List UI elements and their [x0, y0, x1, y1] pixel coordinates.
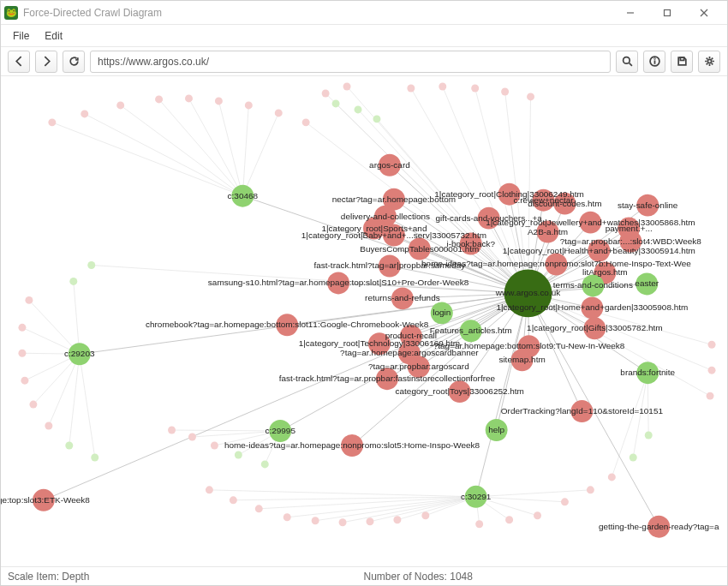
- graph-node[interactable]: [379, 154, 401, 176]
- svg-point-135: [188, 434, 196, 441]
- svg-point-133: [91, 453, 98, 461]
- svg-point-156: [407, 84, 415, 92]
- graph-node[interactable]: [498, 183, 521, 206]
- svg-point-142: [283, 513, 291, 521]
- svg-point-121: [332, 99, 340, 107]
- svg-line-15: [188, 99, 242, 196]
- graph-node[interactable]: [553, 193, 576, 215]
- svg-line-12: [85, 114, 243, 196]
- svg-point-120: [302, 118, 310, 126]
- svg-line-39: [233, 497, 475, 500]
- graph-node[interactable]: [431, 302, 453, 324]
- graph-node[interactable]: [368, 332, 391, 355]
- refresh-button[interactable]: [63, 51, 85, 73]
- svg-point-10: [707, 59, 711, 63]
- graph-node[interactable]: [460, 320, 482, 342]
- graph-node[interactable]: [231, 185, 254, 207]
- graph-node[interactable]: [486, 419, 508, 441]
- graph-node[interactable]: [408, 356, 430, 378]
- graph-node[interactable]: [582, 274, 604, 296]
- svg-point-141: [255, 505, 263, 512]
- svg-point-151: [561, 498, 569, 505]
- save-button[interactable]: [671, 51, 693, 73]
- graph-node[interactable]: [588, 240, 610, 262]
- scale-item-label: Scale Item: Depth: [1, 571, 357, 583]
- svg-line-19: [306, 123, 528, 294]
- svg-point-8: [654, 58, 655, 59]
- graph-node[interactable]: [537, 221, 559, 243]
- forward-button[interactable]: [35, 51, 57, 73]
- graph-node[interactable]: [636, 194, 659, 217]
- graph-node[interactable]: [341, 434, 363, 457]
- graph-node[interactable]: [478, 207, 500, 230]
- svg-line-11: [52, 123, 242, 196]
- info-button[interactable]: [643, 51, 665, 73]
- graph-node[interactable]: [409, 238, 431, 260]
- svg-point-158: [471, 84, 479, 92]
- graph-node[interactable]: [636, 272, 658, 295]
- svg-point-125: [343, 82, 351, 90]
- graph-node[interactable]: [636, 362, 659, 384]
- svg-rect-9: [680, 57, 683, 60]
- svg-point-126: [25, 296, 33, 304]
- back-button[interactable]: [8, 51, 30, 73]
- graph-node[interactable]: [546, 254, 568, 276]
- graph-node[interactable]: [465, 486, 487, 508]
- graph-node[interactable]: [581, 296, 603, 319]
- node-count-label: Number of Nodes: 1048: [357, 571, 480, 583]
- menu-edit[interactable]: Edit: [45, 30, 63, 42]
- graph-node[interactable]: [391, 287, 414, 309]
- graph-node[interactable]: [647, 516, 670, 538]
- graph-node[interactable]: [269, 420, 291, 442]
- graph-node[interactable]: [570, 400, 593, 422]
- svg-line-13: [121, 105, 243, 196]
- graph-node[interactable]: [511, 349, 534, 371]
- graph-node[interactable]: [460, 233, 482, 255]
- graph-node[interactable]: [276, 314, 298, 336]
- svg-point-138: [261, 460, 269, 468]
- graph-node[interactable]: [449, 380, 471, 403]
- graph-canvas[interactable]: www.argos.co.ukargos-cardnectar?tag=ar.h…: [1, 76, 727, 566]
- svg-point-161: [87, 261, 95, 269]
- svg-point-137: [235, 451, 242, 458]
- svg-point-116: [185, 94, 193, 102]
- close-icon[interactable]: [686, 3, 722, 22]
- search-button[interactable]: [616, 51, 638, 73]
- svg-line-40: [259, 497, 475, 509]
- svg-point-143: [312, 517, 319, 524]
- svg-line-64: [528, 293, 710, 396]
- graph-node[interactable]: [579, 212, 601, 234]
- svg-line-41: [287, 497, 475, 517]
- svg-point-4: [623, 57, 630, 64]
- svg-point-154: [630, 453, 637, 461]
- svg-point-157: [439, 82, 446, 90]
- maximize-icon[interactable]: [649, 3, 685, 22]
- graph-root-node[interactable]: [504, 269, 552, 317]
- svg-point-119: [275, 109, 283, 117]
- window-title: Force-Directed Crawl Diagram: [23, 7, 162, 19]
- graph-node[interactable]: [383, 224, 405, 247]
- graph-node[interactable]: [379, 255, 401, 278]
- svg-point-144: [339, 518, 347, 526]
- svg-line-5: [629, 63, 631, 66]
- graph-node[interactable]: [533, 189, 555, 212]
- graph-node[interactable]: [69, 343, 91, 365]
- svg-point-122: [355, 105, 362, 113]
- graph-node[interactable]: [33, 489, 55, 511]
- menu-file[interactable]: File: [13, 30, 29, 42]
- graph-node[interactable]: [583, 317, 606, 339]
- svg-line-51: [476, 490, 591, 497]
- graph-node[interactable]: [619, 230, 641, 253]
- svg-point-145: [366, 517, 373, 525]
- svg-line-59: [528, 97, 531, 293]
- svg-line-72: [338, 283, 528, 293]
- settings-button[interactable]: [698, 51, 720, 73]
- url-input[interactable]: [90, 51, 611, 73]
- graph-node[interactable]: [327, 272, 349, 294]
- graph-node[interactable]: [376, 368, 398, 390]
- minimize-icon[interactable]: [612, 3, 648, 22]
- svg-point-131: [45, 422, 52, 430]
- svg-line-53: [633, 373, 647, 457]
- graph-node[interactable]: [363, 218, 385, 240]
- svg-point-132: [65, 441, 73, 449]
